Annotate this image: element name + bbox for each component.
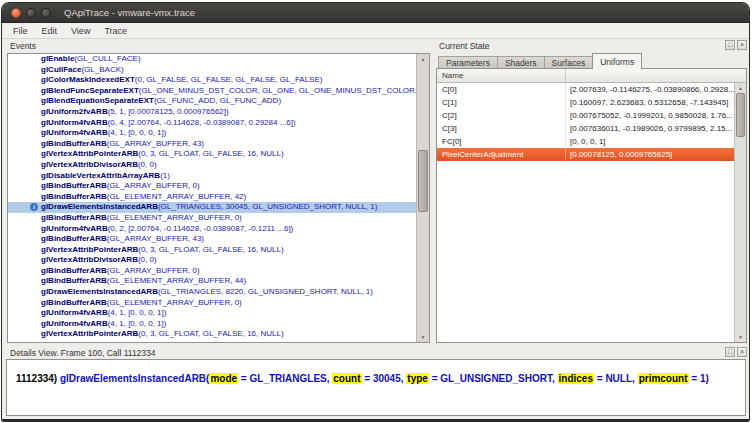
equals-sign: = [362,373,373,384]
event-row[interactable]: glColorMaskIndexedEXT(0, GL_FALSE, GL_FA… [8,75,416,86]
float-dock-icon[interactable]: □ [725,347,735,357]
minimize-window-button[interactable] [26,8,36,18]
call-name: glBindBufferARB [41,181,107,190]
call-args: (4, 1, [0, 0, 0, 1]) [108,319,167,328]
scroll-down-icon[interactable]: ▼ [735,332,746,342]
uniform-row[interactable]: C[3][0.007636011, -0.1989026, 0.9799895,… [437,122,746,135]
event-row[interactable]: glVertexAttribDivisorARB(0, 0) [8,255,416,266]
close-window-button[interactable] [11,8,21,18]
call-args: (1) [160,171,170,180]
equals-sign: = [238,373,249,384]
call-name: glBindBufferARB [41,266,107,275]
menu-edit[interactable]: Edit [35,25,65,37]
event-row[interactable]: glUniform4fvARB(4, 1, [0, 0, 0, 1]) [8,319,416,330]
call-args: (GL_ARRAY_BUFFER, 0) [107,266,200,275]
arg-name: type [406,373,429,384]
event-row[interactable]: glVertexAttribPointerARB(0, 3, GL_FLOAT,… [8,329,416,340]
call-args: (GL_CULL_FACE) [74,54,140,63]
event-row[interactable]: glBindBufferARB(GL_ARRAY_BUFFER, 0) [8,181,416,192]
event-row[interactable]: glCullFace(GL_BACK) [8,65,416,76]
uniform-name: C[0] [437,83,566,96]
close-paren: ) [705,373,708,384]
event-row[interactable]: glBindBufferARB(GL_ELEMENT_ARRAY_BUFFER,… [8,298,416,309]
arg-name: indices [558,373,594,384]
event-row[interactable]: glEnable(GL_CULL_FACE) [8,54,416,65]
equals-sign: = [429,373,440,384]
call-name: glVertexAttribPointerARB [41,329,138,338]
arg-name: mode [209,373,238,384]
uniform-name: C[3] [437,122,566,135]
event-row[interactable]: glUniform4fvARB(0, 4, [2.00764, -0.11462… [8,118,416,129]
scroll-down-icon[interactable]: ▼ [417,332,429,342]
call-name: glBindBufferARB [41,213,107,222]
event-row[interactable]: glBlendEquationSeparateEXT(GL_FUNC_ADD, … [8,96,416,107]
event-row[interactable]: glBindBufferARB(GL_ARRAY_BUFFER, 43) [8,234,416,245]
call-args: (GL_TRIANGLES, 8220, GL_UNSIGNED_SHORT, … [158,287,373,296]
event-row[interactable]: glBindBufferARB(GL_ELEMENT_ARRAY_BUFFER,… [8,213,416,224]
close-dock-icon[interactable]: × [737,347,747,357]
uniforms-pane: Name C[0][2.007639, -0.1146275, -0.03890… [436,68,747,343]
uniform-row[interactable]: PixelCenterAdjustment[0.00078125, 0.0009… [437,148,746,161]
event-row[interactable]: glBlendFuncSeparateEXT(GL_ONE_MINUS_DST_… [8,86,416,97]
titlebar[interactable]: QApiTrace - vmware-vmx.trace [2,3,749,23]
uniform-row[interactable]: FC[0][0, 0, 0, 1] [437,135,746,148]
event-row[interactable]: glBindBufferARB(GL_ELEMENT_ARRAY_BUFFER,… [8,276,416,287]
call-name: glBindBufferARB [41,276,107,285]
call-args: (0, 2, [2.00764, -0.114628, -0.0389087, … [108,224,294,233]
call-args: (0, 0) [138,160,157,169]
uniform-row[interactable]: C[2][0.007675052, -0.1999201, 0.9850028,… [437,109,746,122]
event-row[interactable]: glVertexAttribPointerARB(0, 3, GL_FLOAT,… [8,245,416,256]
menubar: FileEditViewTrace [2,23,749,39]
events-list[interactable]: glEnable(GL_CULL_FACE)glCullFace(GL_BACK… [7,53,430,343]
column-header-name[interactable]: Name [437,69,566,82]
menu-view[interactable]: View [64,25,97,37]
event-row[interactable]: glBindBufferARB(GL_ELEMENT_ARRAY_BUFFER,… [8,192,416,203]
events-scrollbar-thumb[interactable] [418,150,428,212]
scroll-up-icon[interactable]: ▲ [735,83,746,93]
call-args: (0, GL_FALSE, GL_FALSE, GL_FALSE, GL_FAL… [135,75,323,84]
float-dock-icon[interactable]: □ [725,40,735,50]
event-row[interactable]: glVertexAttribDivisorARB(0, 0) [8,160,416,171]
info-icon: i [30,203,38,211]
event-row[interactable]: glUniform4fvARB(4, 1, [0, 0, 0, 1]) [8,128,416,139]
tab-uniforms[interactable]: Uniforms [592,53,642,69]
call-name: glBindBufferARB [41,298,107,307]
event-row[interactable]: glDrawElementsInstancedARB(GL_TRIANGLES,… [8,287,416,298]
state-scrollbar[interactable]: ▲ ▼ [734,83,746,342]
event-row[interactable]: glBindBufferARB(GL_ARRAY_BUFFER, 0) [8,266,416,277]
column-header-value[interactable] [566,69,746,82]
event-row[interactable]: glDisableVertexAttribArrayARB(1) [8,171,416,182]
uniform-value: [2.007639, -0.1146275, -0.03890866, 0.29… [566,83,746,96]
uniform-row[interactable]: C[0][2.007639, -0.1146275, -0.03890866, … [437,83,746,96]
arg-value: 30045 [373,373,401,384]
call-name: glUniform4fvARB [41,224,108,233]
maximize-window-button[interactable] [41,8,51,18]
uniform-row[interactable]: C[1][0.160097, 2.623683, 0.5312658, -7.1… [437,96,746,109]
event-row[interactable]: glBindBufferARB(GL_ARRAY_BUFFER, 43) [8,139,416,150]
uniform-value: [0.007636011, -0.1989026, 0.9799895, 2.1… [566,122,746,135]
call-name: glBindBufferARB [41,234,107,243]
event-row[interactable]: iglDrawElementsInstancedARB(GL_TRIANGLES… [8,202,416,213]
event-row[interactable]: glUniform2fvARB(5, 1, [0.00078125, 0.000… [8,107,416,118]
event-row[interactable]: glUniform4fvARB(0, 2, [2.00764, -0.11462… [8,224,416,235]
events-rows: glEnable(GL_CULL_FACE)glCullFace(GL_BACK… [8,54,416,342]
comma: , [552,373,558,384]
event-row[interactable]: glUniform4fvARB(4, 1, [0, 0, 0, 1]) [8,308,416,319]
call-name: glVertexAttribDivisorARB [41,160,138,169]
call-name: glUniform2fvARB [41,107,108,116]
call-name: glCullFace [41,65,81,74]
call-args: (0, 0) [138,255,157,264]
call-name: glDrawElementsInstancedARB [41,202,158,211]
event-row[interactable]: glVertexAttribPointerARB(0, 3, GL_FLOAT,… [8,149,416,160]
close-dock-icon[interactable]: × [737,40,747,50]
call-name: glVertexAttribPointerARB [41,149,138,158]
menu-file[interactable]: File [6,25,35,37]
events-scrollbar[interactable]: ▲ ▼ [416,54,429,342]
menu-trace[interactable]: Trace [97,25,134,37]
scroll-up-icon[interactable]: ▲ [417,54,429,64]
state-scrollbar-thumb[interactable] [736,93,745,137]
comma: , [632,373,638,384]
call-args: (5, 1, [0.00078125, 0.000976562]) [108,107,229,116]
events-dock-title: Events [10,41,36,51]
app-window: QApiTrace - vmware-vmx.trace FileEditVie… [1,2,750,422]
